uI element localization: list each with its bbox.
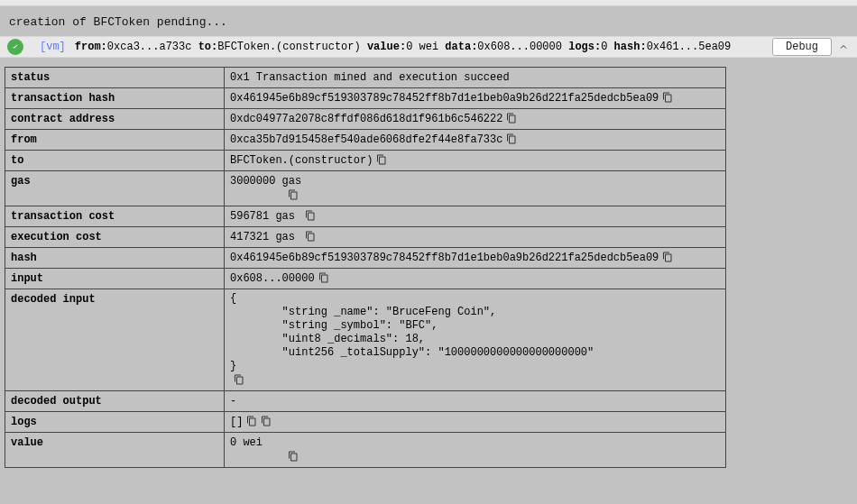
table-row: input0x608...00000 [5,269,726,289]
copy-icon[interactable] [662,92,673,103]
copy-icon[interactable] [318,272,329,283]
copy-icon[interactable] [506,133,517,144]
success-check-icon [7,39,23,55]
copy-icon[interactable] [506,113,517,124]
copy-icon[interactable] [288,451,299,462]
top-header-strip [0,0,857,6]
table-row: transaction cost596781 gas [5,206,726,227]
table-row: toBFCToken.(constructor) [5,151,726,171]
table-row: from0xca35b7d915458ef540ade6068dfe2f44e8… [5,130,726,151]
copy-icon[interactable] [305,231,316,242]
debug-button[interactable]: Debug [772,38,832,56]
copy-icon[interactable] [662,252,673,262]
copy-icon[interactable] [305,210,316,221]
summary-text: from:0xca3...a733c to:BFCToken.(construc… [75,41,765,53]
chevron-up-icon[interactable] [837,41,850,53]
table-row: logs[] [5,412,726,433]
table-row: value0 wei [5,433,726,468]
pending-message: creation of BFCToken pending... [0,6,857,36]
copy-icon[interactable] [376,154,387,165]
table-row: hash0x461945e6b89cf519303789c78452ff8b7d… [5,248,726,269]
transaction-details-table: status0x1 Transaction mined and executio… [5,67,726,468]
table-row: transaction hash0x461945e6b89cf519303789… [5,88,726,109]
copy-icon[interactable] [246,416,257,426]
table-row: contract address0xdc04977a2078c8ffdf086d… [5,109,726,130]
vm-tag: [vm] [40,41,66,53]
table-row: gas3000000 gas [5,171,726,206]
table-row: status0x1 Transaction mined and executio… [5,68,726,88]
table-row: execution cost417321 gas [5,227,726,248]
transaction-summary-bar[interactable]: [vm] from:0xca3...a733c to:BFCToken.(con… [0,36,857,58]
copy-icon[interactable] [234,374,244,385]
table-row: decoded input{ "string _name": "BruceFen… [5,289,726,391]
copy-icon[interactable] [288,189,299,200]
table-row: decoded output - [5,391,726,412]
copy-icon[interactable] [261,416,272,426]
